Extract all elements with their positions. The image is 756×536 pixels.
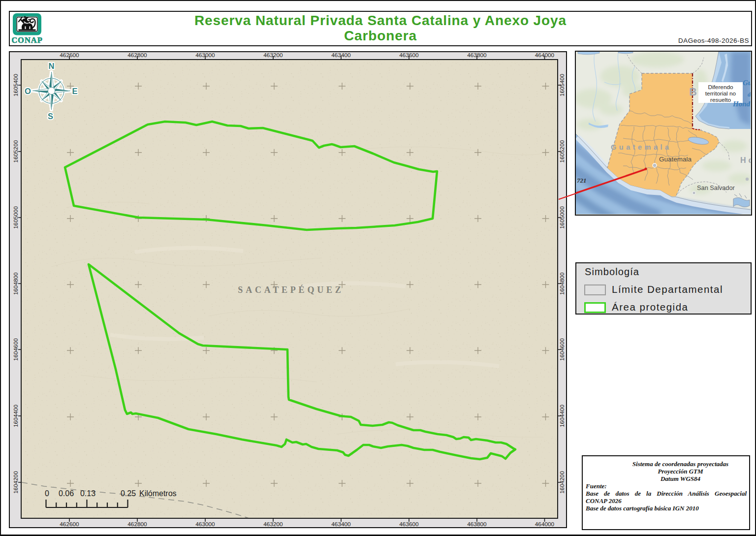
svg-text:721: 721 (577, 177, 587, 184)
svg-text:Ho: Ho (740, 156, 751, 164)
svg-text:Kilómetros: Kilómetros (139, 489, 177, 498)
svg-text:S: S (48, 112, 53, 121)
svg-text:Diferendo: Diferendo (708, 84, 733, 91)
svg-text:resuelto: resuelto (710, 96, 731, 103)
svg-text:Guatemala: Guatemala (659, 156, 692, 163)
svg-text:0: 0 (45, 489, 49, 498)
svg-text:0.25: 0.25 (121, 489, 136, 498)
svg-text:territorial no: territorial no (705, 90, 736, 97)
svg-text:Guatemala: Guatemala (611, 143, 672, 151)
svg-text:Gu: Gu (743, 79, 751, 87)
svg-text:CONAP: CONAP (12, 35, 43, 45)
svg-text:SACATEPÉQUEZ: SACATEPÉQUEZ (238, 284, 344, 295)
svg-text:N: N (49, 62, 55, 70)
svg-text:O: O (25, 87, 31, 95)
svg-text:0.13: 0.13 (80, 489, 95, 498)
svg-text:E: E (72, 87, 77, 95)
svg-text:Hond: Hond (732, 100, 751, 108)
svg-text:San Salvador: San Salvador (697, 184, 735, 191)
svg-text:d: d (748, 91, 751, 98)
svg-text:0.06: 0.06 (59, 489, 74, 498)
svg-text:B: B (689, 86, 697, 98)
